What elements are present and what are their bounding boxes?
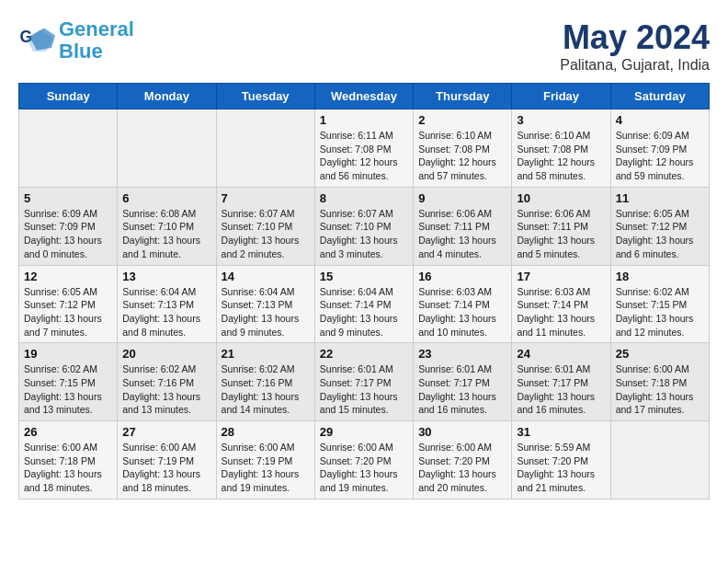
logo-icon: G <box>18 22 55 59</box>
day-number: 27 <box>122 425 210 439</box>
weekday-label: Saturday <box>610 84 709 109</box>
logo: G General Blue <box>18 18 134 63</box>
day-number: 29 <box>320 425 408 439</box>
calendar-cell: 2Sunrise: 6:10 AM Sunset: 7:08 PM Daylig… <box>414 109 512 188</box>
day-number: 25 <box>616 347 704 361</box>
calendar-cell: 4Sunrise: 6:09 AM Sunset: 7:09 PM Daylig… <box>610 109 709 188</box>
day-number: 16 <box>418 270 506 283</box>
calendar-cell: 22Sunrise: 6:01 AM Sunset: 7:17 PM Dayli… <box>314 343 413 421</box>
day-info: Sunrise: 6:00 AM Sunset: 7:20 PM Dayligh… <box>418 441 506 495</box>
page-header: G General Blue May 2024 Palitana, Gujara… <box>18 18 710 74</box>
day-number: 19 <box>24 347 112 361</box>
day-info: Sunrise: 6:09 AM Sunset: 7:09 PM Dayligh… <box>24 207 112 261</box>
calendar-week-row: 26Sunrise: 6:00 AM Sunset: 7:18 PM Dayli… <box>19 421 710 500</box>
calendar-cell: 19Sunrise: 6:02 AM Sunset: 7:15 PM Dayli… <box>19 343 118 421</box>
day-info: Sunrise: 6:00 AM Sunset: 7:19 PM Dayligh… <box>122 441 210 495</box>
day-number: 13 <box>122 270 210 283</box>
day-info: Sunrise: 6:07 AM Sunset: 7:10 PM Dayligh… <box>320 207 408 261</box>
day-number: 28 <box>222 425 310 439</box>
weekday-label: Thursday <box>414 84 512 109</box>
day-number: 2 <box>418 113 506 127</box>
calendar-cell: 10Sunrise: 6:06 AM Sunset: 7:11 PM Dayli… <box>512 187 610 265</box>
calendar-cell: 23Sunrise: 6:01 AM Sunset: 7:17 PM Dayli… <box>414 343 512 421</box>
calendar-cell: 21Sunrise: 6:02 AM Sunset: 7:16 PM Dayli… <box>216 343 314 421</box>
location: Palitana, Gujarat, India <box>560 57 710 74</box>
day-info: Sunrise: 6:10 AM Sunset: 7:08 PM Dayligh… <box>517 129 605 183</box>
calendar-cell: 5Sunrise: 6:09 AM Sunset: 7:09 PM Daylig… <box>19 187 118 265</box>
day-number: 30 <box>418 425 506 439</box>
calendar-cell: 15Sunrise: 6:04 AM Sunset: 7:14 PM Dayli… <box>314 265 413 343</box>
day-info: Sunrise: 6:00 AM Sunset: 7:18 PM Dayligh… <box>616 362 704 417</box>
weekday-label: Sunday <box>19 84 118 109</box>
day-number: 7 <box>222 191 310 205</box>
calendar-week-row: 5Sunrise: 6:09 AM Sunset: 7:09 PM Daylig… <box>19 187 710 265</box>
day-number: 9 <box>418 191 506 205</box>
day-number: 26 <box>24 425 112 439</box>
calendar-cell: 8Sunrise: 6:07 AM Sunset: 7:10 PM Daylig… <box>314 187 413 265</box>
day-info: Sunrise: 6:00 AM Sunset: 7:20 PM Dayligh… <box>320 441 408 495</box>
calendar-cell: 1Sunrise: 6:11 AM Sunset: 7:08 PM Daylig… <box>314 109 413 188</box>
day-info: Sunrise: 6:02 AM Sunset: 7:16 PM Dayligh… <box>122 362 210 417</box>
day-number: 5 <box>24 191 112 205</box>
day-info: Sunrise: 6:10 AM Sunset: 7:08 PM Dayligh… <box>418 129 506 183</box>
calendar-cell: 3Sunrise: 6:10 AM Sunset: 7:08 PM Daylig… <box>512 109 610 188</box>
day-info: Sunrise: 6:03 AM Sunset: 7:14 PM Dayligh… <box>418 285 506 339</box>
day-number: 21 <box>222 347 310 361</box>
calendar-cell: 18Sunrise: 6:02 AM Sunset: 7:15 PM Dayli… <box>610 265 709 343</box>
calendar-cell: 16Sunrise: 6:03 AM Sunset: 7:14 PM Dayli… <box>414 265 512 343</box>
day-number: 6 <box>122 191 210 205</box>
weekday-header-row: SundayMondayTuesdayWednesdayThursdayFrid… <box>19 84 710 109</box>
calendar-cell: 29Sunrise: 6:00 AM Sunset: 7:20 PM Dayli… <box>314 421 413 500</box>
day-number: 14 <box>222 270 310 283</box>
day-number: 24 <box>517 347 605 361</box>
calendar-cell: 30Sunrise: 6:00 AM Sunset: 7:20 PM Dayli… <box>414 421 512 500</box>
day-info: Sunrise: 6:06 AM Sunset: 7:11 PM Dayligh… <box>418 207 506 261</box>
calendar-table: SundayMondayTuesdayWednesdayThursdayFrid… <box>18 83 710 500</box>
day-number: 17 <box>517 270 605 283</box>
day-info: Sunrise: 6:05 AM Sunset: 7:12 PM Dayligh… <box>616 207 704 261</box>
day-number: 4 <box>616 113 704 127</box>
calendar-cell <box>19 109 118 188</box>
day-info: Sunrise: 6:02 AM Sunset: 7:15 PM Dayligh… <box>616 285 704 339</box>
calendar-cell: 6Sunrise: 6:08 AM Sunset: 7:10 PM Daylig… <box>118 187 216 265</box>
day-number: 23 <box>418 347 506 361</box>
day-info: Sunrise: 5:59 AM Sunset: 7:20 PM Dayligh… <box>517 441 605 495</box>
day-info: Sunrise: 6:05 AM Sunset: 7:12 PM Dayligh… <box>24 285 112 339</box>
logo-text: General Blue <box>59 18 134 63</box>
month-title: May 2024 <box>560 18 710 57</box>
calendar-cell: 20Sunrise: 6:02 AM Sunset: 7:16 PM Dayli… <box>118 343 216 421</box>
day-number: 18 <box>616 270 704 283</box>
calendar-week-row: 19Sunrise: 6:02 AM Sunset: 7:15 PM Dayli… <box>19 343 710 421</box>
calendar-cell: 7Sunrise: 6:07 AM Sunset: 7:10 PM Daylig… <box>216 187 314 265</box>
day-number: 1 <box>320 113 408 127</box>
calendar-cell: 11Sunrise: 6:05 AM Sunset: 7:12 PM Dayli… <box>610 187 709 265</box>
calendar-week-row: 1Sunrise: 6:11 AM Sunset: 7:08 PM Daylig… <box>19 109 710 188</box>
calendar-cell: 26Sunrise: 6:00 AM Sunset: 7:18 PM Dayli… <box>19 421 118 500</box>
weekday-label: Tuesday <box>216 84 314 109</box>
day-info: Sunrise: 6:09 AM Sunset: 7:09 PM Dayligh… <box>616 129 704 183</box>
calendar-week-row: 12Sunrise: 6:05 AM Sunset: 7:12 PM Dayli… <box>19 265 710 343</box>
day-number: 11 <box>616 191 704 205</box>
day-number: 15 <box>320 270 408 283</box>
calendar-cell: 28Sunrise: 6:00 AM Sunset: 7:19 PM Dayli… <box>216 421 314 500</box>
weekday-label: Friday <box>512 84 610 109</box>
day-info: Sunrise: 6:04 AM Sunset: 7:14 PM Dayligh… <box>320 285 408 339</box>
calendar-cell: 24Sunrise: 6:01 AM Sunset: 7:17 PM Dayli… <box>512 343 610 421</box>
calendar-cell <box>610 421 709 500</box>
weekday-label: Monday <box>118 84 216 109</box>
calendar-cell: 25Sunrise: 6:00 AM Sunset: 7:18 PM Dayli… <box>610 343 709 421</box>
day-number: 8 <box>320 191 408 205</box>
day-info: Sunrise: 6:04 AM Sunset: 7:13 PM Dayligh… <box>222 285 310 339</box>
day-info: Sunrise: 6:02 AM Sunset: 7:16 PM Dayligh… <box>222 362 310 417</box>
calendar-cell: 31Sunrise: 5:59 AM Sunset: 7:20 PM Dayli… <box>512 421 610 500</box>
day-info: Sunrise: 6:01 AM Sunset: 7:17 PM Dayligh… <box>517 362 605 417</box>
calendar-cell <box>118 109 216 188</box>
calendar-body: 1Sunrise: 6:11 AM Sunset: 7:08 PM Daylig… <box>19 109 710 500</box>
day-info: Sunrise: 6:03 AM Sunset: 7:14 PM Dayligh… <box>517 285 605 339</box>
day-info: Sunrise: 6:00 AM Sunset: 7:19 PM Dayligh… <box>222 441 310 495</box>
calendar-cell: 17Sunrise: 6:03 AM Sunset: 7:14 PM Dayli… <box>512 265 610 343</box>
calendar-cell: 12Sunrise: 6:05 AM Sunset: 7:12 PM Dayli… <box>19 265 118 343</box>
calendar-cell: 13Sunrise: 6:04 AM Sunset: 7:13 PM Dayli… <box>118 265 216 343</box>
day-info: Sunrise: 6:00 AM Sunset: 7:18 PM Dayligh… <box>24 441 112 495</box>
calendar-cell: 27Sunrise: 6:00 AM Sunset: 7:19 PM Dayli… <box>118 421 216 500</box>
